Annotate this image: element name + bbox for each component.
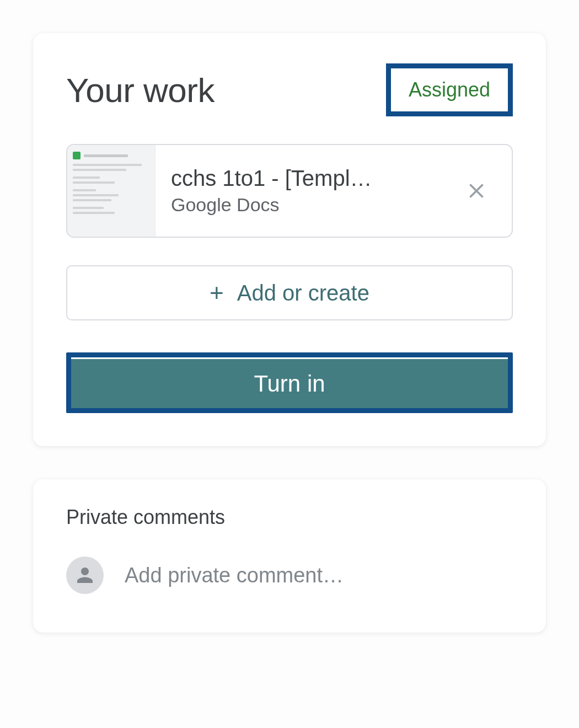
work-header: Your work Assigned <box>66 63 513 116</box>
status-badge: Assigned <box>386 63 513 116</box>
comment-row <box>66 556 513 594</box>
turn-in-label: Turn in <box>254 371 325 397</box>
attachment-row[interactable]: cchs 1to1 - [Templ… Google Docs <box>66 144 513 238</box>
private-comments-card: Private comments <box>33 479 546 633</box>
your-work-card: Your work Assigned cchs 1to1 - [T <box>33 33 546 446</box>
add-or-create-label: Add or create <box>237 281 369 306</box>
turn-in-highlight: Turn in <box>66 352 513 413</box>
attachment-title: cchs 1to1 - [Templ… <box>171 166 439 191</box>
turn-in-button[interactable]: Turn in <box>71 357 508 408</box>
private-comments-title: Private comments <box>66 506 513 529</box>
private-comment-input[interactable] <box>125 564 513 587</box>
attachment-info: cchs 1to1 - [Templ… Google Docs <box>156 166 454 216</box>
avatar <box>66 556 104 594</box>
attachment-subtitle: Google Docs <box>171 194 439 216</box>
person-icon <box>73 564 96 587</box>
your-work-title: Your work <box>66 71 215 110</box>
close-icon <box>464 179 489 203</box>
classroom-icon <box>73 152 81 159</box>
remove-attachment-button[interactable] <box>454 169 498 213</box>
add-or-create-button[interactable]: + Add or create <box>66 265 513 320</box>
doc-thumbnail <box>67 145 156 237</box>
plus-icon: + <box>210 279 224 307</box>
